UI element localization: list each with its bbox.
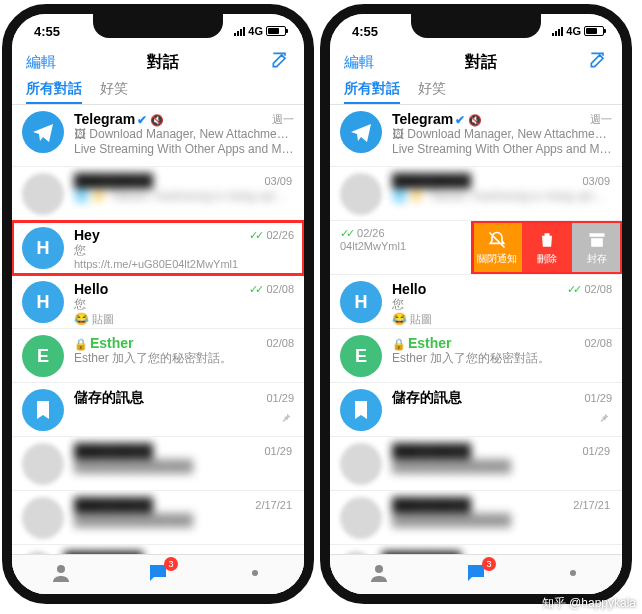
chat-row-hey-swiped[interactable]: ✓✓ 02/26 04lt2MwYml1 關閉通知 刪除 — [330, 221, 622, 275]
read-checks-icon: ✓✓ — [567, 283, 579, 295]
chat-row-blurred-1[interactable]: ████████ 🌐 👉 Taiwan, Kaohsiung is rising… — [330, 167, 622, 221]
chat-date: 01/29 — [582, 445, 610, 457]
chat-name: Hello — [392, 281, 426, 297]
chat-date: 2/17/21 — [255, 499, 292, 511]
chat-row-blurred-2[interactable]: ██████████████████████ 01/29 — [330, 437, 622, 491]
compose-button[interactable] — [588, 50, 608, 74]
network-label: 4G — [566, 25, 581, 37]
chat-date: 2/17/21 — [573, 499, 610, 511]
phone-right: 4:55 4G 編輯 對話 所有對話 好笑 — [320, 4, 632, 604]
tab-bar: 3 — [12, 554, 304, 594]
chat-list[interactable]: Telegram✔🔇 週一 🖼 Download Manager, New At… — [12, 105, 304, 575]
tab-settings[interactable] — [243, 561, 267, 589]
tab-settings[interactable] — [561, 561, 585, 589]
chat-row-saved[interactable]: 儲存的訊息 01/29 — [12, 383, 304, 437]
pin-icon — [280, 410, 292, 428]
chat-date: 02/08 — [266, 283, 294, 295]
avatar: E — [22, 335, 64, 377]
nav-bar: 編輯 對話 — [330, 48, 622, 78]
chat-row-saved[interactable]: 儲存的訊息 01/29 — [330, 383, 622, 437]
chat-row-blurred-3[interactable]: ██████████████████████ 2/17/21 — [330, 491, 622, 545]
chat-list[interactable]: Telegram✔🔇 週一 🖼 Download Manager, New At… — [330, 105, 622, 575]
avatar-saved — [340, 389, 382, 431]
tab-contacts[interactable] — [49, 561, 73, 589]
read-checks-icon: ✓✓ — [249, 229, 261, 241]
svg-point-2 — [375, 565, 383, 573]
notch — [411, 14, 541, 38]
svg-point-0 — [57, 565, 65, 573]
chat-name: Hey — [74, 227, 100, 243]
avatar — [22, 443, 64, 485]
edit-button[interactable]: 編輯 — [344, 53, 374, 72]
svg-point-1 — [252, 570, 258, 576]
lock-icon: 🔒 — [74, 338, 88, 350]
avatar — [22, 497, 64, 539]
chat-date: 02/08 — [266, 337, 294, 349]
tab-chats[interactable]: 3 — [464, 561, 488, 589]
swipe-mute-button[interactable]: 關閉通知 — [472, 221, 522, 274]
tab-all[interactable]: 所有對話 — [26, 80, 82, 104]
chat-date: 01/29 — [584, 392, 612, 404]
chat-date: 02/08 — [584, 337, 612, 349]
swipe-actions: 關閉通知 刪除 封存 — [472, 221, 622, 274]
phone-left: 4:55 4G 編輯 對話 所有對話 好笑 — [2, 4, 314, 604]
chat-name: Telegram — [74, 111, 135, 127]
chat-row-hello[interactable]: H Hello ✓✓ 02/08 您 😂 貼圖 — [330, 275, 622, 329]
signal-icon — [552, 26, 563, 36]
compose-button[interactable] — [270, 50, 290, 74]
watermark: 知乎 @happykala — [542, 595, 636, 612]
chat-row-blurred-3[interactable]: ██████████████████████ 2/17/21 — [12, 491, 304, 545]
tab-funny[interactable]: 好笑 — [100, 80, 128, 104]
chat-row-telegram[interactable]: Telegram✔🔇 週一 🖼 Download Manager, New At… — [12, 105, 304, 167]
chat-row-blurred-2[interactable]: ██████████████████████ 01/29 — [12, 437, 304, 491]
swipe-archive-button[interactable]: 封存 — [572, 221, 622, 274]
edit-button[interactable]: 編輯 — [26, 53, 56, 72]
muted-icon: 🔇 — [150, 114, 164, 126]
chat-name: 儲存的訊息 — [392, 389, 462, 407]
chat-date: 01/29 — [266, 392, 294, 404]
chat-row-telegram[interactable]: Telegram✔🔇 週一 🖼 Download Manager, New At… — [330, 105, 622, 167]
chat-row-blurred-1[interactable]: ████████ 🌐 👉 Taiwan, Kaohsiung is rising… — [12, 167, 304, 221]
chat-name: 儲存的訊息 — [74, 389, 144, 407]
avatar: H — [340, 281, 382, 323]
avatar: H — [22, 281, 64, 323]
chats-badge: 3 — [164, 557, 178, 571]
chat-row-hello[interactable]: H Hello ✓✓ 02/08 您 😂 貼圖 — [12, 275, 304, 329]
avatar-telegram — [22, 111, 64, 153]
avatar — [340, 173, 382, 215]
read-checks-icon: ✓✓ — [340, 227, 352, 239]
verified-icon: ✔ — [137, 113, 147, 127]
chat-name: Esther — [408, 335, 452, 351]
chat-row-hey[interactable]: H Hey ✓✓ 02/26 您 https://t.me/+uG80E04lt… — [12, 221, 304, 275]
swipe-delete-button[interactable]: 刪除 — [522, 221, 572, 274]
chat-date: 02/08 — [584, 283, 612, 295]
lock-icon: 🔒 — [392, 338, 406, 350]
chat-date: 週一 — [272, 112, 294, 127]
chat-date: 02/26 — [357, 227, 385, 239]
avatar-telegram — [340, 111, 382, 153]
avatar — [340, 497, 382, 539]
tab-chats[interactable]: 3 — [146, 561, 170, 589]
page-title: 對話 — [465, 52, 497, 73]
avatar: H — [22, 227, 64, 269]
chat-date: 03/09 — [264, 175, 292, 187]
battery-icon — [266, 26, 286, 36]
status-time: 4:55 — [34, 24, 60, 39]
tab-funny[interactable]: 好笑 — [418, 80, 446, 104]
chat-row-esther[interactable]: E 🔒Esther 02/08 Esther 加入了您的秘密對話。 — [12, 329, 304, 383]
network-label: 4G — [248, 25, 263, 37]
avatar-saved — [22, 389, 64, 431]
tab-contacts[interactable] — [367, 561, 391, 589]
folder-tabs: 所有對話 好笑 — [12, 78, 304, 104]
verified-icon: ✔ — [455, 113, 465, 127]
chat-name: Esther — [90, 335, 134, 351]
chat-date: 03/09 — [582, 175, 610, 187]
chats-badge: 3 — [482, 557, 496, 571]
chat-row-esther[interactable]: E 🔒Esther 02/08 Esther 加入了您的秘密對話。 — [330, 329, 622, 383]
tab-all[interactable]: 所有對話 — [344, 80, 400, 104]
status-time: 4:55 — [352, 24, 378, 39]
svg-point-3 — [570, 570, 576, 576]
nav-bar: 編輯 對話 — [12, 48, 304, 78]
pin-icon — [598, 410, 610, 428]
tab-bar: 3 — [330, 554, 622, 594]
